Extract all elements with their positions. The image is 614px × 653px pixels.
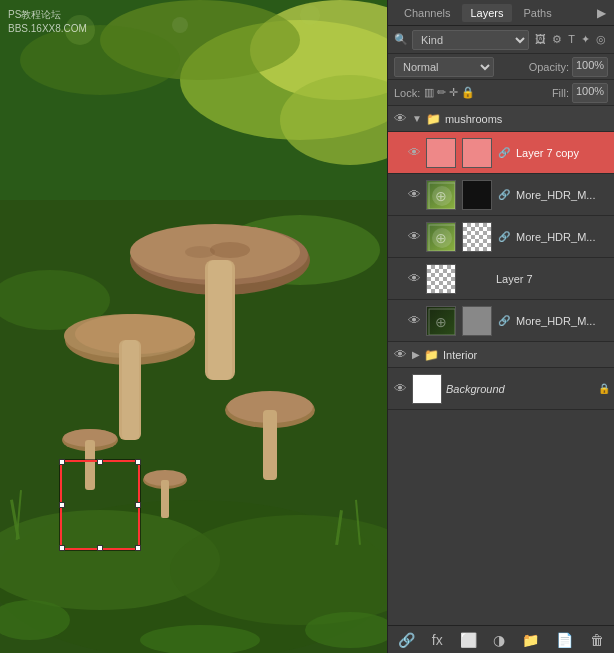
- fill-label: Fill:: [552, 87, 569, 99]
- visibility-layer7[interactable]: 👁: [406, 271, 422, 287]
- folder-interior-icon: 📁: [424, 348, 439, 362]
- svg-point-22: [185, 246, 215, 258]
- new-adjustment-button[interactable]: ◑: [489, 630, 509, 650]
- layer-group-mushrooms[interactable]: 👁 ▼ 📁 mushrooms: [388, 106, 614, 132]
- visibility-hdr1[interactable]: 👁: [406, 187, 422, 203]
- thumbnail-hdr2: ⊕: [426, 222, 456, 252]
- layer-name-mushrooms: mushrooms: [445, 113, 610, 125]
- handle-br[interactable]: [135, 545, 141, 551]
- thumbnail-background: [412, 374, 442, 404]
- layer-item-hdr2[interactable]: 👁 ⊕ 🔗 More_HDR_M...: [388, 216, 614, 258]
- shape-filter-icon[interactable]: ✦: [579, 32, 592, 47]
- thumbnail-hdr3: ⊕: [426, 306, 456, 336]
- add-mask-button[interactable]: ⬜: [456, 630, 481, 650]
- kind-select[interactable]: Kind Name Effect Mode Attribute Color Sm…: [412, 30, 529, 50]
- delete-layer-button[interactable]: 🗑: [586, 630, 608, 650]
- link-hdr2: 🔗: [496, 231, 512, 242]
- tab-paths[interactable]: Paths: [516, 4, 560, 22]
- handle-lm[interactable]: [59, 502, 65, 508]
- watermark: PS教程论坛 BBS.16XX8.COM: [8, 8, 87, 36]
- layer-name-hdr1: More_HDR_M...: [516, 189, 610, 201]
- svg-point-21: [210, 242, 250, 258]
- layer-name-layer7copy: Layer 7 copy: [516, 147, 610, 159]
- lock-all-icon[interactable]: 🔒: [461, 86, 475, 99]
- add-style-button[interactable]: fx: [428, 630, 447, 650]
- visibility-hdr2[interactable]: 👁: [406, 229, 422, 245]
- selection-box[interactable]: [60, 460, 140, 550]
- tab-layers[interactable]: Layers: [462, 4, 511, 22]
- layer-item-hdr3[interactable]: 👁 ⊕ 🔗 More_HDR_M...: [388, 300, 614, 342]
- fill-input[interactable]: 100%: [572, 83, 608, 103]
- opacity-label: Opacity:: [529, 61, 569, 73]
- svg-point-41: [300, 5, 320, 25]
- mask-hdr2: [462, 222, 492, 252]
- svg-rect-27: [122, 340, 139, 440]
- new-layer-button[interactable]: 📄: [552, 630, 577, 650]
- canvas-area[interactable]: PS教程论坛 BBS.16XX8.COM: [0, 0, 387, 653]
- layer-item-layer7copy[interactable]: 👁 🔗 Layer 7 copy: [388, 132, 614, 174]
- blend-mode-select[interactable]: Normal Dissolve Multiply Screen Overlay: [394, 57, 494, 77]
- visibility-interior[interactable]: 👁: [392, 347, 408, 363]
- layer-group-interior[interactable]: 👁 ▶ 📁 Interior: [388, 342, 614, 368]
- blend-mode-row: Normal Dissolve Multiply Screen Overlay …: [388, 54, 614, 80]
- lock-row: Lock: ▥ ✏ ✛ 🔒 Fill: 100%: [388, 80, 614, 106]
- layer-name-hdr2: More_HDR_M...: [516, 231, 610, 243]
- thumbnail-layer7copy: [426, 138, 456, 168]
- search-icon: 🔍: [394, 33, 408, 46]
- layers-toolbar: 🔗 fx ⬜ ◑ 📁 📄 🗑: [388, 625, 614, 653]
- layer-item-background[interactable]: 👁 Background 🔒: [388, 368, 614, 410]
- layers-panel: Channels Layers Paths ▶ 🔍 Kind Name Effe…: [387, 0, 614, 653]
- layer-name-background: Background: [446, 383, 594, 395]
- lock-label: Lock:: [394, 87, 420, 99]
- opacity-row: Opacity: 100%: [529, 57, 608, 77]
- lock-move-icon[interactable]: ✛: [449, 86, 458, 99]
- link-layers-button[interactable]: 🔗: [394, 630, 419, 650]
- lock-icons: ▥ ✏ ✛ 🔒: [424, 86, 475, 99]
- canvas-image: PS教程论坛 BBS.16XX8.COM: [0, 0, 387, 653]
- fill-row: Fill: 100%: [552, 83, 608, 103]
- svg-rect-30: [263, 410, 277, 480]
- svg-point-42: [172, 17, 188, 33]
- visibility-mushrooms[interactable]: 👁: [392, 111, 408, 127]
- filter-row: 🔍 Kind Name Effect Mode Attribute Color …: [388, 26, 614, 54]
- mask-hdr3: [462, 306, 492, 336]
- smart-filter-icon[interactable]: ◎: [594, 32, 608, 47]
- layer-name-interior: Interior: [443, 349, 610, 361]
- thumbnail-layer7: [426, 264, 456, 294]
- lock-transparent-icon[interactable]: ▥: [424, 86, 434, 99]
- visibility-background[interactable]: 👁: [392, 381, 408, 397]
- handle-tm[interactable]: [97, 459, 103, 465]
- layer-item-layer7[interactable]: 👁 Layer 7: [388, 258, 614, 300]
- group-expand-icon[interactable]: ▼: [412, 113, 422, 124]
- filter-icons: 🖼 ⚙ T ✦ ◎: [533, 32, 608, 47]
- new-group-button[interactable]: 📁: [518, 630, 543, 650]
- layer-name-hdr3: More_HDR_M...: [516, 315, 610, 327]
- text-filter-icon[interactable]: T: [566, 32, 577, 47]
- panel-tabs: Channels Layers Paths ▶: [388, 0, 614, 26]
- panel-menu-icon[interactable]: ▶: [597, 6, 606, 20]
- layers-list: 👁 ▼ 📁 mushrooms 👁 🔗 Layer 7 copy 👁 ⊕: [388, 106, 614, 625]
- scene-svg: [0, 0, 387, 653]
- layer-item-hdr1[interactable]: 👁 ⊕ 🔗 More_HDR_M...: [388, 174, 614, 216]
- pixel-filter-icon[interactable]: 🖼: [533, 32, 548, 47]
- handle-tl[interactable]: [59, 459, 65, 465]
- link-layer7copy: 🔗: [496, 147, 512, 158]
- opacity-input[interactable]: 100%: [572, 57, 608, 77]
- handle-bl[interactable]: [59, 545, 65, 551]
- handle-bm[interactable]: [97, 545, 103, 551]
- mask-layer7copy: [462, 138, 492, 168]
- background-lock-icon: 🔒: [598, 383, 610, 394]
- link-hdr1: 🔗: [496, 189, 512, 200]
- layer-name-layer7: Layer 7: [496, 273, 610, 285]
- svg-text:⊕: ⊕: [435, 314, 447, 330]
- handle-rm[interactable]: [135, 502, 141, 508]
- svg-rect-20: [208, 260, 232, 380]
- adjustment-filter-icon[interactable]: ⚙: [550, 32, 564, 47]
- interior-expand-icon[interactable]: ▶: [412, 349, 420, 360]
- tab-channels[interactable]: Channels: [396, 4, 458, 22]
- lock-paint-icon[interactable]: ✏: [437, 86, 446, 99]
- handle-tr[interactable]: [135, 459, 141, 465]
- svg-text:⊕: ⊕: [435, 230, 447, 246]
- visibility-hdr3[interactable]: 👁: [406, 313, 422, 329]
- visibility-layer7copy[interactable]: 👁: [406, 145, 422, 161]
